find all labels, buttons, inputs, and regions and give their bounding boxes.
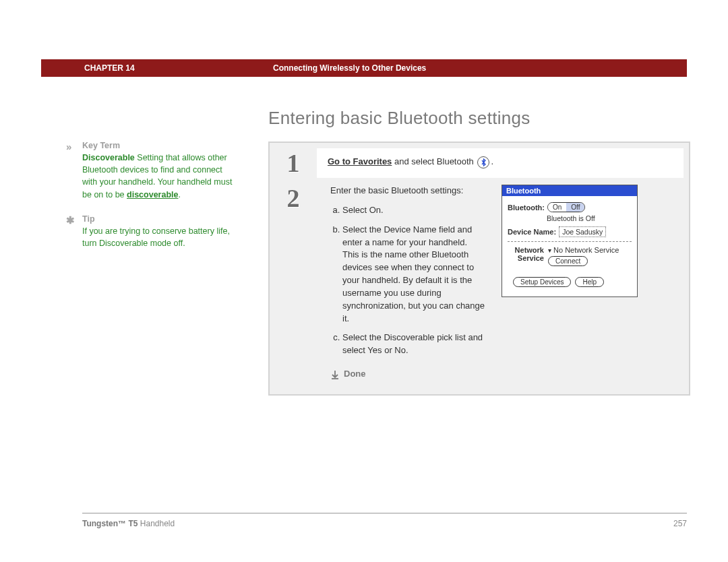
header-bar: CHAPTER 14 Connecting Wirelessly to Othe…: [41, 59, 687, 77]
product-bold: Tungsten™ T5: [82, 519, 138, 528]
toggle-off[interactable]: Off: [566, 203, 584, 212]
connect-button[interactable]: Connect: [548, 256, 588, 266]
bluetooth-label: Bluetooth:: [508, 204, 545, 212]
favorites-link[interactable]: Go to Favorites: [328, 156, 392, 166]
product-rest: Handheld: [138, 519, 175, 528]
done-arrow-icon: [330, 370, 340, 379]
device-titlebar: Bluetooth: [502, 185, 637, 196]
bluetooth-status: Bluetooth is Off: [508, 214, 632, 222]
device-name-label: Device Name:: [508, 228, 556, 236]
toggle-on[interactable]: On: [548, 203, 566, 212]
keyterm-marker-icon: »: [66, 139, 71, 154]
chapter-label: CHAPTER 14: [41, 63, 246, 73]
keyterm-period: .: [178, 190, 180, 199]
network-label: Network Service: [508, 246, 544, 262]
step-2-number: 2: [270, 178, 317, 394]
keyterm-term: Discoverable: [82, 153, 135, 162]
tip-block: ✱ Tip If you are trying to conserve batt…: [82, 213, 237, 249]
network-value: No Network Service: [553, 246, 619, 254]
page-number: 257: [673, 519, 687, 528]
network-value-col: ▾ No Network Service Connect: [548, 246, 619, 265]
tip-marker-icon: ✱: [66, 213, 75, 228]
bluetooth-toggle[interactable]: On Off: [547, 202, 586, 212]
bluetooth-toggle-row: Bluetooth: On Off: [508, 202, 632, 212]
help-button[interactable]: Help: [575, 277, 604, 287]
network-label-text: Network Service: [515, 246, 544, 262]
chapter-title: Connecting Wirelessly to Other Devices: [246, 63, 687, 73]
device-name-row: Device Name: Joe Sadusky: [508, 226, 632, 237]
step-2-list: Select On. Select the Device Name field …: [330, 204, 485, 357]
step-1-number: 1: [270, 143, 317, 178]
step-1-text: and select Bluetooth: [392, 156, 476, 166]
product-name: Tungsten™ T5 Handheld: [82, 519, 175, 528]
tip-heading: Tip: [82, 214, 95, 224]
page-title: Entering basic Bluetooth settings: [268, 108, 530, 129]
device-footer: Setup Devices Help: [508, 274, 632, 292]
divider: [508, 241, 632, 242]
steps-panel: 1 Go to Favorites and select Bluetooth .…: [268, 142, 690, 396]
step-1-body: Go to Favorites and select Bluetooth .: [317, 148, 684, 178]
device-screenshot: Bluetooth Bluetooth: On Off Bluetooth is…: [502, 185, 638, 297]
step-2a: Select On.: [342, 204, 485, 217]
sidebar: » Key Term Discoverable Setting that all…: [82, 139, 237, 261]
done-row: Done: [330, 368, 485, 381]
step-2c: Select the Discoverable pick list and se…: [342, 332, 485, 357]
network-row: Network Service ▾ No Network Service Con…: [508, 246, 632, 265]
step-2-intro: Enter the basic Bluetooth settings:: [330, 185, 485, 197]
step-2-text: Enter the basic Bluetooth settings: Sele…: [330, 185, 485, 381]
device-name-field[interactable]: Joe Sadusky: [559, 226, 606, 237]
step-2-body: Enter the basic Bluetooth settings: Sele…: [317, 178, 689, 394]
done-label: Done: [344, 368, 366, 381]
device-body: Bluetooth: On Off Bluetooth is Off Devic…: [502, 196, 637, 296]
keyterm-link[interactable]: discoverable: [127, 190, 178, 199]
network-picklist[interactable]: ▾ No Network Service: [548, 246, 619, 254]
step-2b: Select the Device Name field and enter a…: [342, 224, 485, 325]
keyterm-block: » Key Term Discoverable Setting that all…: [82, 139, 237, 201]
chevron-down-icon: ▾: [548, 247, 551, 254]
tip-text: If you are trying to conserve battery li…: [82, 226, 230, 248]
step-2-row: 2 Enter the basic Bluetooth settings: Se…: [270, 178, 689, 394]
keyterm-heading: Key Term: [82, 141, 120, 150]
setup-devices-button[interactable]: Setup Devices: [513, 277, 571, 287]
bluetooth-icon: [477, 156, 489, 168]
step-1-row: 1 Go to Favorites and select Bluetooth .: [270, 143, 689, 178]
step-1-period: .: [491, 156, 493, 166]
page-footer: Tungsten™ T5 Handheld 257: [82, 513, 687, 528]
